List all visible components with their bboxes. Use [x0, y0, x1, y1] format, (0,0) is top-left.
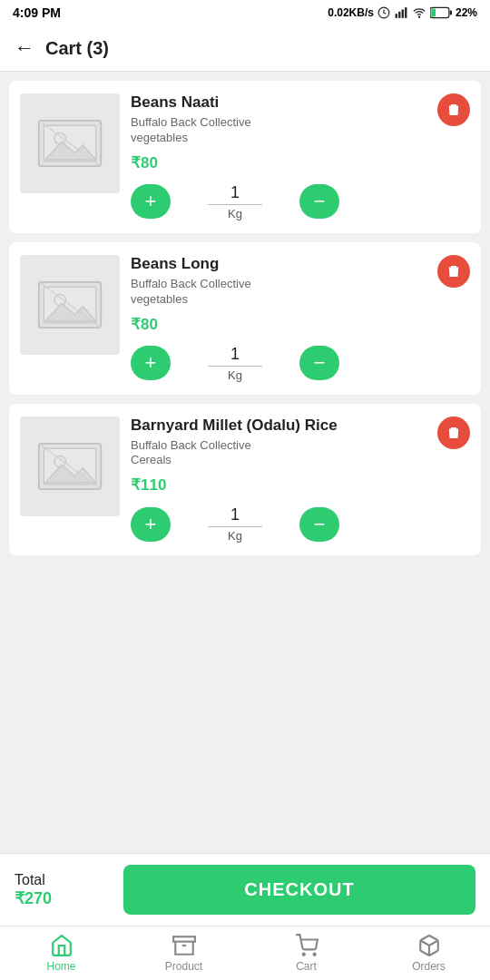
cart-item: Beans Naati Buffalo Back Collectiveveget…: [9, 81, 481, 233]
image-placeholder-icon: [37, 116, 103, 171]
nav-label-product: Product: [165, 960, 202, 973]
qty-increase-2[interactable]: +: [131, 507, 171, 542]
qty-value-wrapper-0: 1 Kg: [171, 183, 299, 220]
svg-point-23: [302, 954, 304, 956]
cart-container: Beans Naati Buffalo Back Collectiveveget…: [0, 72, 490, 555]
qty-value-wrapper-2: 1 Kg: [171, 505, 299, 543]
item-name-0: Beans Naati: [131, 93, 470, 112]
item-name-2: Barnyard Millet (Odalu) Rice: [131, 416, 470, 435]
qty-increase-0[interactable]: +: [131, 184, 171, 219]
item-details-2: Barnyard Millet (Odalu) Rice Buffalo Bac…: [131, 416, 470, 544]
trash-icon: [446, 263, 462, 279]
item-price-1: ₹80: [131, 315, 470, 334]
delete-button-1[interactable]: [437, 255, 470, 288]
status-right: 0.02KB/s 22%: [328, 6, 477, 19]
item-name-1: Beans Long: [131, 255, 470, 273]
clock-icon: [377, 6, 390, 19]
battery-percent: 22%: [456, 6, 477, 19]
item-subtitle-1: Buffalo Back Collectivevegetables: [131, 277, 470, 308]
qty-value-0: 1: [208, 183, 262, 205]
orders-icon: [417, 934, 441, 957]
svg-rect-7: [450, 11, 452, 15]
qty-decrease-2[interactable]: −: [299, 507, 339, 542]
status-bar: 4:09 PM 0.02KB/s 22%: [0, 0, 490, 25]
qty-decrease-1[interactable]: −: [299, 346, 339, 380]
nav-item-cart[interactable]: Cart: [245, 926, 368, 980]
item-price-0: ₹80: [131, 153, 470, 172]
nav-label-home: Home: [46, 960, 75, 973]
qty-row-1: + 1 Kg −: [131, 345, 339, 382]
nav-label-cart: Cart: [296, 960, 317, 973]
svg-rect-3: [402, 10, 404, 18]
nav-item-home[interactable]: Home: [0, 926, 122, 980]
trash-icon: [446, 102, 462, 118]
battery-icon: [430, 6, 452, 19]
total-label: Total: [15, 872, 114, 888]
svg-rect-4: [405, 7, 407, 18]
product-image-1: [20, 255, 120, 355]
product-image-2: [20, 416, 120, 516]
cart-list: Beans Naati Buffalo Back Collectiveveget…: [0, 72, 490, 673]
qty-value-2: 1: [208, 505, 262, 527]
cart-icon: [295, 934, 318, 957]
svg-rect-21: [173, 936, 195, 941]
qty-row-2: + 1 Kg −: [131, 505, 339, 543]
total-amount: ₹270: [15, 888, 114, 908]
wifi-icon: [412, 6, 426, 19]
cart-item: Barnyard Millet (Odalu) Rice Buffalo Bac…: [9, 404, 481, 556]
svg-rect-8: [431, 9, 436, 17]
qty-value-wrapper-1: 1 Kg: [171, 345, 299, 382]
item-details-0: Beans Naati Buffalo Back Collectiveveget…: [131, 93, 470, 220]
svg-point-5: [418, 16, 419, 17]
status-time: 4:09 PM: [13, 5, 61, 20]
svg-rect-1: [396, 14, 397, 18]
qty-row-0: + 1 Kg −: [131, 183, 339, 220]
qty-decrease-0[interactable]: −: [299, 184, 339, 219]
home-icon: [50, 934, 74, 957]
nav-label-orders: Orders: [412, 960, 446, 973]
qty-unit-2: Kg: [228, 529, 242, 543]
total-section: Total ₹270: [15, 872, 114, 908]
header-title: Cart (3): [45, 38, 109, 59]
qty-unit-1: Kg: [228, 368, 242, 382]
nav-item-orders[interactable]: Orders: [368, 926, 490, 980]
qty-unit-0: Kg: [228, 207, 242, 220]
qty-increase-1[interactable]: +: [131, 346, 171, 380]
svg-rect-2: [398, 12, 400, 18]
nav-item-product[interactable]: Product: [122, 926, 245, 980]
bottom-action-bar: Total ₹270 CHECKOUT: [0, 853, 490, 926]
item-price-2: ₹110: [131, 475, 470, 495]
svg-point-24: [313, 954, 315, 956]
signal-icon: [394, 6, 408, 19]
delete-button-0[interactable]: [437, 93, 470, 126]
item-subtitle-0: Buffalo Back Collectivevegetables: [131, 115, 470, 146]
product-icon: [172, 934, 196, 957]
item-subtitle-2: Buffalo Back CollectiveCereals: [131, 438, 470, 469]
trash-icon: [446, 425, 462, 441]
image-placeholder-icon: [37, 439, 103, 494]
product-image-0: [20, 93, 120, 193]
item-details-1: Beans Long Buffalo Back Collectivevegeta…: [131, 255, 470, 382]
bottom-nav: Home Product Cart Orders: [0, 926, 490, 980]
image-placeholder-icon: [37, 278, 103, 332]
qty-value-1: 1: [208, 345, 262, 367]
header: ← Cart (3): [0, 25, 490, 72]
network-speed: 0.02KB/s: [328, 6, 374, 19]
checkout-button[interactable]: CHECKOUT: [123, 865, 475, 915]
cart-item: Beans Long Buffalo Back Collectivevegeta…: [9, 242, 481, 395]
delete-button-2[interactable]: [437, 416, 470, 449]
back-button[interactable]: ←: [15, 36, 34, 60]
